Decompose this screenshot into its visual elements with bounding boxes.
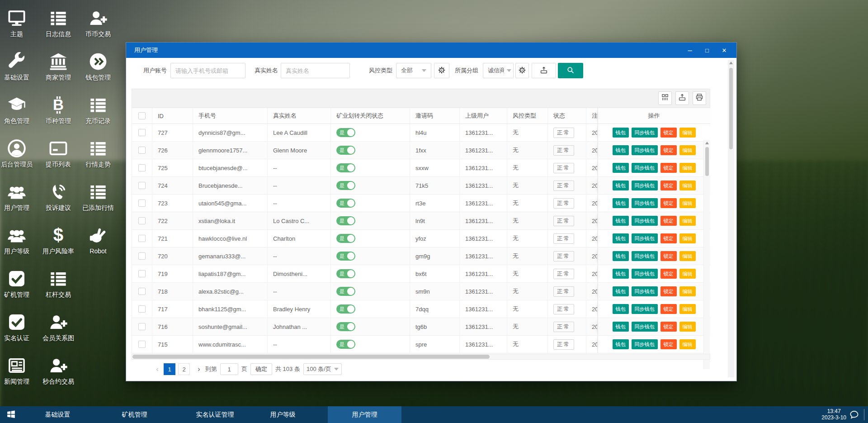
- sync-wallet-button[interactable]: 同步钱包: [632, 216, 658, 226]
- desktop-icon[interactable]: 日志信息: [38, 8, 78, 38]
- lock-button[interactable]: 锁定: [660, 322, 677, 332]
- risk-type-select[interactable]: 全部: [396, 63, 431, 78]
- risk-gear-button[interactable]: [434, 63, 449, 78]
- desktop-icon[interactable]: 新闻管理: [0, 356, 37, 386]
- desktop-icon[interactable]: 用户管理: [0, 182, 37, 212]
- sync-wallet-button[interactable]: 同步钱包: [632, 286, 658, 296]
- table-scrollbar-thumb[interactable]: [705, 147, 709, 176]
- desktop-icon[interactable]: 矿机管理: [0, 269, 37, 299]
- mining-toggle[interactable]: 是: [336, 199, 355, 208]
- mining-toggle[interactable]: 是: [336, 304, 355, 314]
- row-checkbox[interactable]: [138, 147, 146, 154]
- sync-wallet-button[interactable]: 同步钱包: [632, 128, 658, 138]
- wallet-button[interactable]: 钱包: [613, 145, 629, 155]
- row-checkbox[interactable]: [138, 341, 146, 348]
- taskbar-item[interactable]: 用户等级: [259, 406, 307, 423]
- scroll-up-arrow-icon[interactable]: [729, 62, 733, 64]
- desktop-icon[interactable]: 用户等级: [0, 225, 37, 256]
- mining-toggle[interactable]: 是: [336, 269, 355, 278]
- wallet-button[interactable]: 钱包: [613, 128, 629, 138]
- scroll-up-arrow-icon[interactable]: [705, 142, 709, 144]
- minimize-button[interactable]: ─: [681, 44, 698, 56]
- row-checkbox[interactable]: [138, 164, 146, 171]
- export-button[interactable]: [532, 63, 556, 78]
- edit-button[interactable]: 编辑: [679, 128, 696, 138]
- wallet-button[interactable]: 钱包: [613, 269, 629, 279]
- lock-button[interactable]: 锁定: [660, 269, 677, 279]
- lock-button[interactable]: 锁定: [660, 145, 677, 155]
- group-select[interactable]: 诚信商家: [483, 63, 514, 78]
- wallet-button[interactable]: 钱包: [613, 286, 629, 296]
- desktop-icon[interactable]: 主题: [0, 8, 37, 38]
- sync-wallet-button[interactable]: 同步钱包: [632, 322, 658, 332]
- realname-input[interactable]: [281, 63, 350, 78]
- desktop-icon[interactable]: 充币记录: [78, 95, 118, 125]
- wallet-button[interactable]: 钱包: [613, 181, 629, 190]
- wallet-button[interactable]: 钱包: [613, 339, 629, 349]
- mining-toggle[interactable]: 是: [336, 234, 355, 243]
- edit-button[interactable]: 编辑: [679, 181, 696, 190]
- sync-wallet-button[interactable]: 同步钱包: [632, 145, 658, 155]
- row-checkbox[interactable]: [138, 288, 146, 295]
- sync-wallet-button[interactable]: 同步钱包: [632, 251, 658, 261]
- window-scrollbar[interactable]: [728, 60, 734, 377]
- sync-wallet-button[interactable]: 同步钱包: [632, 163, 658, 173]
- row-checkbox[interactable]: [138, 323, 146, 330]
- group-gear-button[interactable]: [515, 63, 529, 78]
- mining-toggle[interactable]: 是: [336, 252, 355, 261]
- lock-button[interactable]: 锁定: [660, 233, 677, 243]
- edit-button[interactable]: 编辑: [679, 304, 696, 314]
- wallet-button[interactable]: 钱包: [613, 251, 629, 261]
- desktop-icon[interactable]: 实名认证: [0, 312, 37, 342]
- per-page-select[interactable]: 100 条/页: [303, 363, 342, 375]
- lock-button[interactable]: 锁定: [660, 216, 677, 226]
- row-checkbox[interactable]: [138, 252, 146, 260]
- edit-button[interactable]: 编辑: [679, 216, 696, 226]
- mining-toggle[interactable]: 是: [336, 287, 355, 296]
- lock-button[interactable]: 锁定: [660, 163, 677, 173]
- desktop-icon[interactable]: 已添加行情: [78, 182, 118, 212]
- mining-toggle[interactable]: 是: [336, 181, 355, 190]
- horizontal-scrollbar-thumb[interactable]: [132, 355, 490, 359]
- desktop-icon[interactable]: 投诉建议: [38, 182, 78, 212]
- mining-toggle[interactable]: 是: [336, 322, 355, 331]
- taskbar-item[interactable]: 矿机管理: [111, 406, 158, 423]
- row-checkbox[interactable]: [138, 129, 146, 136]
- edit-button[interactable]: 编辑: [679, 251, 696, 261]
- taskbar-clock[interactable]: 13:47 2023-3-10: [821, 408, 846, 421]
- sync-wallet-button[interactable]: 同步钱包: [632, 198, 658, 208]
- mining-toggle[interactable]: 是: [336, 216, 355, 225]
- sync-wallet-button[interactable]: 同步钱包: [632, 181, 658, 190]
- show-desktop-divider[interactable]: [864, 409, 864, 420]
- desktop-icon[interactable]: 杠杆交易: [38, 269, 78, 299]
- edit-button[interactable]: 编辑: [679, 163, 696, 173]
- edit-button[interactable]: 编辑: [679, 322, 696, 332]
- print-button[interactable]: [693, 91, 706, 105]
- mining-toggle[interactable]: 是: [336, 146, 355, 155]
- desktop-icon[interactable]: 后台管理员: [0, 138, 37, 169]
- desktop-icon[interactable]: B币种管理: [38, 95, 78, 125]
- mining-toggle[interactable]: 是: [336, 340, 355, 349]
- sync-wallet-button[interactable]: 同步钱包: [632, 269, 658, 279]
- lock-button[interactable]: 锁定: [660, 251, 677, 261]
- confirm-button[interactable]: 确定: [250, 363, 272, 375]
- goto-page-input[interactable]: [220, 363, 238, 375]
- row-checkbox[interactable]: [138, 217, 146, 224]
- window-scrollbar-thumb[interactable]: [729, 68, 733, 149]
- desktop-icon[interactable]: 钱包管理: [78, 52, 118, 82]
- desktop-icon[interactable]: 行情走势: [78, 138, 118, 169]
- lock-button[interactable]: 锁定: [660, 339, 677, 349]
- sync-wallet-button[interactable]: 同步钱包: [632, 339, 658, 349]
- columns-toggle-button[interactable]: [658, 91, 672, 105]
- mining-toggle[interactable]: 是: [336, 128, 355, 137]
- desktop-icon[interactable]: 基础设置: [0, 52, 37, 82]
- wallet-button[interactable]: 钱包: [613, 163, 629, 173]
- row-checkbox[interactable]: [138, 200, 146, 207]
- edit-button[interactable]: 编辑: [679, 145, 696, 155]
- taskbar-item[interactable]: 用户管理: [328, 406, 401, 423]
- window-titlebar[interactable]: 用户管理 ─ □ ✕: [126, 43, 736, 58]
- page-button[interactable]: 2: [178, 363, 190, 375]
- wallet-button[interactable]: 钱包: [613, 322, 629, 332]
- next-page-button[interactable]: ›: [196, 365, 202, 373]
- windows-start-button[interactable]: [6, 409, 16, 421]
